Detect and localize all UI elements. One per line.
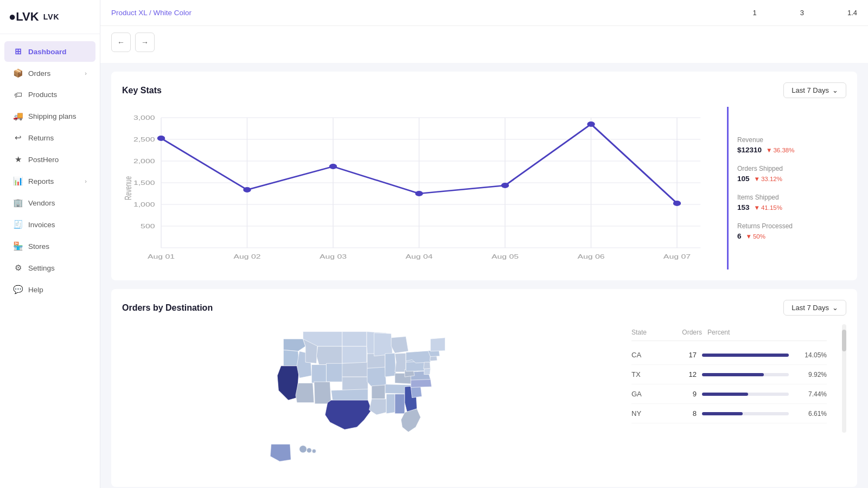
svg-marker-41 <box>316 346 342 365</box>
svg-point-32 <box>501 183 509 188</box>
orders-destination-section: Orders by Destination Last 7 Days ⌄ <box>111 289 857 487</box>
stat-orders-value: 105 <box>737 175 750 183</box>
svg-marker-54 <box>367 367 386 387</box>
td-percent-tx: 9.92% <box>789 371 827 378</box>
product-name[interactable]: Product XL / White Color <box>111 9 192 17</box>
product-stat-3: 1.4 <box>847 9 857 17</box>
sidebar-item-products[interactable]: 🏷 Products <box>4 85 95 105</box>
key-stats-section: Key Stats Last 7 Days ⌄ <box>111 72 857 280</box>
stat-items-label: Items Shipped <box>737 194 846 201</box>
td-percent-ca: 14.05% <box>789 351 827 359</box>
returns-icon: ↩ <box>13 133 23 143</box>
product-stats: 1 3 1.4 <box>752 9 857 17</box>
td-orders-ny: 8 <box>664 409 702 418</box>
svg-text:Aug 03: Aug 03 <box>320 253 347 260</box>
product-stat-2: 3 <box>800 9 804 17</box>
product-row: Product XL / White Color 1 3 1.4 <box>100 0 868 26</box>
destination-layout: State Orders Percent CA 17 14.05% TX <box>122 324 846 476</box>
main-content: Product XL / White Color 1 3 1.4 ← → Key… <box>100 0 868 488</box>
svg-marker-62 <box>372 385 385 399</box>
sidebar-item-label: Help <box>28 286 43 294</box>
stat-orders-label: Orders Shipped <box>737 165 846 172</box>
stat-items-value: 153 <box>737 203 750 211</box>
sidebar-item-reports[interactable]: 📊 Reports › <box>4 171 95 191</box>
stat-revenue: Revenue $12310 ▼ 36.38% <box>737 136 846 154</box>
reports-icon: 📊 <box>13 176 23 186</box>
svg-text:Aug 02: Aug 02 <box>233 253 260 260</box>
sidebar-item-label: Products <box>28 91 57 99</box>
stat-returns-value-row: 6 ▼ 50% <box>737 232 846 240</box>
sidebar-item-invoices[interactable]: 🧾 Invoices <box>4 214 95 235</box>
sidebar-item-orders[interactable]: 📦 Orders › <box>4 63 95 84</box>
svg-marker-48 <box>342 362 367 377</box>
svg-marker-63 <box>369 399 386 415</box>
sidebar-item-stores[interactable]: 🏪 Stores <box>4 236 95 256</box>
sidebar-item-label: PostHero <box>28 156 59 164</box>
stat-orders-value-row: 105 ▼ 33.12% <box>737 175 846 183</box>
svg-marker-49 <box>342 377 367 390</box>
sidebar-item-returns[interactable]: ↩ Returns <box>4 127 95 148</box>
svg-text:2,500: 2,500 <box>133 136 155 143</box>
td-percent-ny: 6.61% <box>789 410 827 418</box>
orders-destination-filter-label: Last 7 Days <box>792 304 829 312</box>
posthero-icon: ★ <box>13 155 23 164</box>
product-stat-1: 1 <box>752 9 756 17</box>
help-icon: 💬 <box>13 285 23 294</box>
svg-text:2,000: 2,000 <box>133 158 155 164</box>
dashboard-icon: ⊞ <box>13 47 23 56</box>
scroll-track[interactable] <box>842 324 846 433</box>
table-row: NY 8 6.61% <box>631 404 827 423</box>
sidebar-item-shipping[interactable]: 🚚 Shipping plans <box>4 106 95 126</box>
prev-page-button[interactable]: ← <box>111 33 131 52</box>
products-icon: 🏷 <box>13 90 23 99</box>
svg-text:500: 500 <box>141 223 155 229</box>
arrow-down-icon: ▼ <box>754 176 760 182</box>
sidebar-item-label: Vendors <box>28 199 55 207</box>
td-bar-ga <box>702 393 748 396</box>
svg-marker-75 <box>424 368 430 374</box>
stat-returns-change: ▼ 50% <box>746 233 765 240</box>
sidebar-item-label: Returns <box>28 134 54 142</box>
chevron-down-icon: ⌄ <box>832 86 838 94</box>
vendors-icon: 🏢 <box>13 198 23 208</box>
td-bar-container-ny <box>702 412 789 415</box>
sidebar-item-label: Invoices <box>28 221 55 229</box>
sidebar-item-settings[interactable]: ⚙ Settings <box>4 258 95 278</box>
table-row: CA 17 14.05% <box>631 345 827 365</box>
td-bar-ca <box>702 354 789 357</box>
svg-point-82 <box>312 449 316 453</box>
th-orders: Orders <box>664 329 702 336</box>
orders-destination-filter-button[interactable]: Last 7 Days ⌄ <box>783 300 846 316</box>
stats-layout: 3,000 2,500 2,000 1,500 1,000 500 Revenu… <box>122 107 846 269</box>
stat-items-shipped: Items Shipped 153 ▼ 41.15% <box>737 194 846 211</box>
destination-stats-table: State Orders Percent CA 17 14.05% TX <box>631 324 827 423</box>
svg-point-34 <box>673 201 681 206</box>
us-map-svg <box>214 324 529 476</box>
stat-revenue-change: ▼ 36.38% <box>766 147 794 153</box>
sidebar-item-vendors[interactable]: 🏢 Vendors <box>4 192 95 213</box>
svg-marker-47 <box>342 346 366 364</box>
invoices-icon: 🧾 <box>13 220 23 229</box>
sidebar-item-dashboard[interactable]: ⊞ Dashboard <box>4 41 95 62</box>
stat-items-value-row: 153 ▼ 41.15% <box>737 203 846 211</box>
chart-svg: 3,000 2,500 2,000 1,500 1,000 500 Revenu… <box>122 107 716 269</box>
td-percent-ga: 7.44% <box>789 390 827 398</box>
orders-icon: 📦 <box>13 68 23 78</box>
logo-mark: ●LVK <box>9 10 39 24</box>
sidebar-item-help[interactable]: 💬 Help <box>4 279 95 300</box>
key-stats-header: Key Stats Last 7 Days ⌄ <box>122 82 846 98</box>
arrow-down-icon: ▼ <box>746 233 752 240</box>
pagination-row: ← → <box>100 26 868 63</box>
svg-text:1,000: 1,000 <box>133 201 155 208</box>
svg-text:Aug 01: Aug 01 <box>148 253 175 260</box>
next-page-button[interactable]: → <box>135 33 155 52</box>
sidebar-item-label: Settings <box>28 264 55 272</box>
scroll-thumb[interactable] <box>842 330 846 351</box>
key-stats-filter-button[interactable]: Last 7 Days ⌄ <box>783 82 846 98</box>
sidebar-item-posthero[interactable]: ★ PostHero <box>4 149 95 170</box>
svg-text:Aug 05: Aug 05 <box>492 253 519 260</box>
sidebar: ●LVK LVK ⊞ Dashboard 📦 Orders › 🏷 Produc… <box>0 0 100 488</box>
sidebar-item-label: Shipping plans <box>28 112 76 120</box>
stat-revenue-label: Revenue <box>737 136 846 144</box>
chevron-down-icon: ⌄ <box>832 304 838 312</box>
